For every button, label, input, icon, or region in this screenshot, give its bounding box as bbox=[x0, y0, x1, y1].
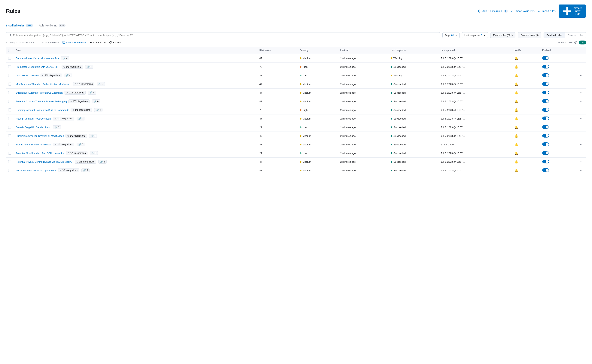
row-checkbox[interactable] bbox=[8, 65, 11, 68]
rule-name-link[interactable]: Suspicious CronTab Creation or Modificat… bbox=[16, 135, 64, 137]
more-options-button[interactable]: ··· bbox=[580, 108, 584, 111]
row-checkbox[interactable] bbox=[8, 169, 11, 172]
enabled-toggle[interactable] bbox=[542, 108, 549, 112]
enabled-toggle[interactable] bbox=[542, 117, 549, 120]
rule-name-link[interactable]: Attempt to Install Root Certificate bbox=[16, 117, 52, 120]
rule-name-link[interactable]: Linux Group Creation bbox=[16, 74, 39, 77]
bell-icon[interactable]: 🔔 bbox=[514, 108, 518, 112]
row-checkbox[interactable] bbox=[8, 83, 11, 85]
row-checkbox[interactable] bbox=[8, 74, 11, 77]
integration-tag[interactable]: ⊙1/1 integrations bbox=[66, 151, 87, 155]
more-options-button[interactable]: ··· bbox=[580, 65, 584, 68]
enabled-toggle[interactable] bbox=[542, 99, 549, 103]
enabled-toggle[interactable] bbox=[542, 151, 549, 155]
integration-tag[interactable]: ⊙1/1 integrations bbox=[66, 134, 87, 138]
more-options-button[interactable]: ··· bbox=[580, 57, 584, 60]
bell-icon[interactable]: 🔔 bbox=[514, 65, 518, 68]
enabled-toggle[interactable] bbox=[542, 56, 549, 60]
bell-icon[interactable]: 🔔 bbox=[514, 134, 518, 137]
bell-icon[interactable]: 🔔 bbox=[514, 160, 518, 163]
import-value-lists-button[interactable]: Import value lists bbox=[511, 10, 535, 13]
more-options-button[interactable]: ··· bbox=[580, 82, 584, 85]
tab-installed-rules[interactable]: Installed Rules 826 bbox=[6, 22, 33, 29]
more-options-button[interactable]: ··· bbox=[580, 151, 584, 155]
more-options-button[interactable]: ··· bbox=[580, 100, 584, 103]
bell-icon[interactable]: 🔔 bbox=[514, 83, 518, 86]
enabled-rules-toggle[interactable]: Enabled rules bbox=[544, 32, 565, 38]
enabled-toggle[interactable] bbox=[542, 125, 549, 129]
enabled-toggle[interactable] bbox=[542, 73, 549, 77]
integration-tag[interactable]: ⊙1/1 integrations bbox=[58, 169, 79, 172]
bulk-actions-button[interactable]: Bulk actions bbox=[90, 41, 106, 44]
rule-name-link[interactable]: Prompt for Credentials with OSASCRIPT bbox=[16, 65, 60, 68]
tags-filter-button[interactable]: Tags 61 bbox=[442, 32, 460, 38]
integration-tag[interactable]: ⊙1/1 integrations bbox=[40, 74, 62, 77]
integration-tag[interactable]: ⊙1/1 integrations bbox=[53, 143, 74, 146]
rule-name-link[interactable]: Enumeration of Kernel Modules via Proc bbox=[16, 57, 59, 60]
row-checkbox[interactable] bbox=[8, 108, 11, 111]
search-input[interactable] bbox=[13, 34, 438, 37]
more-options-button[interactable]: ··· bbox=[580, 160, 584, 163]
bell-icon[interactable]: 🔔 bbox=[514, 152, 518, 155]
bell-icon[interactable]: 🔔 bbox=[514, 143, 518, 146]
bell-icon[interactable]: 🔔 bbox=[514, 126, 518, 129]
rule-name-link[interactable]: Modification of Standard Authentication … bbox=[16, 83, 72, 85]
enabled-toggle[interactable] bbox=[542, 82, 549, 86]
select-all-checkbox-header[interactable] bbox=[6, 47, 13, 54]
integration-tag[interactable]: ⊙1/2 integrations bbox=[68, 99, 90, 103]
rule-name-link[interactable]: Suspicious Automator Workflows Execution bbox=[16, 91, 63, 94]
enabled-toggle[interactable] bbox=[542, 168, 549, 172]
rule-name-link[interactable]: Dumping Account Hashes via Built-In Comm… bbox=[16, 109, 69, 111]
enabled-toggle[interactable] bbox=[542, 65, 549, 68]
row-checkbox[interactable] bbox=[8, 100, 11, 103]
row-checkbox[interactable] bbox=[8, 134, 11, 137]
elastic-rules-filter-button[interactable]: Elastic rules (821) bbox=[490, 32, 515, 38]
integration-tag[interactable]: ⊙1/1 integrations bbox=[53, 117, 74, 120]
row-checkbox[interactable] bbox=[8, 126, 11, 129]
integration-tag[interactable]: ⊙1/1 integrations bbox=[75, 160, 96, 164]
enabled-toggle[interactable] bbox=[542, 91, 549, 94]
row-checkbox[interactable] bbox=[8, 143, 11, 146]
integration-tag[interactable]: ⊙1/1 integrations bbox=[64, 91, 86, 95]
enabled-toggle[interactable] bbox=[542, 143, 549, 146]
enabled-toggle[interactable] bbox=[542, 134, 549, 137]
search-box[interactable] bbox=[6, 32, 440, 38]
more-options-button[interactable]: ··· bbox=[580, 143, 584, 146]
select-all-link[interactable]: Select all 826 rules bbox=[63, 41, 86, 44]
refresh-button[interactable]: Refresh bbox=[109, 41, 121, 44]
tab-rule-monitoring[interactable]: Rule Monitoring 826 bbox=[39, 22, 66, 29]
import-rules-button[interactable]: Import rules bbox=[538, 10, 556, 13]
more-options-button[interactable]: ··· bbox=[580, 117, 584, 120]
bell-icon[interactable]: 🔔 bbox=[514, 74, 518, 77]
bell-icon[interactable]: 🔔 bbox=[514, 117, 518, 120]
last-response-filter-button[interactable]: Last response 3 bbox=[462, 32, 488, 38]
more-options-button[interactable]: ··· bbox=[580, 169, 584, 172]
disabled-rules-toggle[interactable]: Disabled rules bbox=[565, 32, 586, 38]
bell-icon[interactable]: 🔔 bbox=[514, 57, 518, 60]
integration-tag[interactable]: ⊙1/1 integrations bbox=[71, 108, 92, 112]
rule-name-link[interactable]: Setuid / Setgid Bit Set via chmod bbox=[16, 126, 51, 129]
bell-icon[interactable]: 🔔 bbox=[514, 169, 518, 172]
more-options-button[interactable]: ··· bbox=[580, 91, 584, 94]
rule-name-link[interactable]: Elastic Agent Service Terminated bbox=[16, 143, 52, 146]
more-options-button[interactable]: ··· bbox=[580, 125, 584, 129]
add-elastic-rules-button[interactable]: Add Elastic rules 9 bbox=[478, 10, 508, 13]
select-all-checkbox[interactable] bbox=[8, 49, 11, 52]
on-pill-button[interactable]: On bbox=[579, 40, 586, 45]
enabled-toggle[interactable] bbox=[542, 160, 549, 163]
row-checkbox[interactable] bbox=[8, 91, 11, 94]
row-checkbox[interactable] bbox=[8, 152, 11, 155]
bell-icon[interactable]: 🔔 bbox=[514, 100, 518, 103]
row-checkbox[interactable] bbox=[8, 57, 11, 60]
row-checkbox[interactable] bbox=[8, 160, 11, 163]
row-checkbox[interactable] bbox=[8, 117, 11, 120]
custom-rules-filter-button[interactable]: Custom rules (5) bbox=[518, 32, 541, 38]
bell-icon[interactable]: 🔔 bbox=[514, 91, 518, 94]
rule-name-link[interactable]: Potential Privacy Control Bypass via TCC… bbox=[16, 160, 73, 163]
more-options-button[interactable]: ··· bbox=[580, 74, 584, 77]
integration-tag[interactable]: ⊙1/1 integrations bbox=[73, 82, 94, 86]
rule-name-link[interactable]: Potential Cookies Theft via Browser Debu… bbox=[16, 100, 67, 103]
rule-name-link[interactable]: Potential Non-Standard Port SSH connecti… bbox=[16, 152, 64, 155]
integration-tag[interactable]: ⊙1/1 integrations bbox=[62, 65, 83, 69]
rule-name-link[interactable]: Persistence via Login or Logout Hook bbox=[16, 169, 56, 172]
